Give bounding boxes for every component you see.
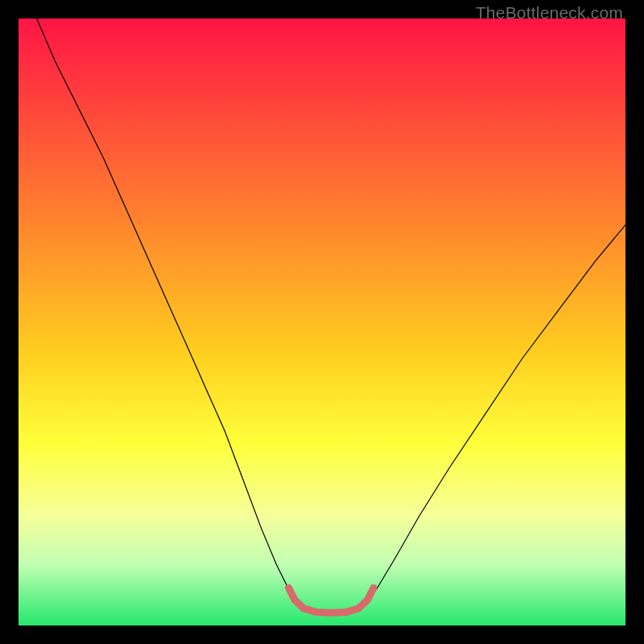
chart-container: TheBottleneck.com xyxy=(0,0,644,644)
gradient-background xyxy=(19,19,625,625)
plot-area xyxy=(19,19,625,625)
chart-svg xyxy=(19,19,625,625)
watermark-text: TheBottleneck.com xyxy=(476,3,623,23)
